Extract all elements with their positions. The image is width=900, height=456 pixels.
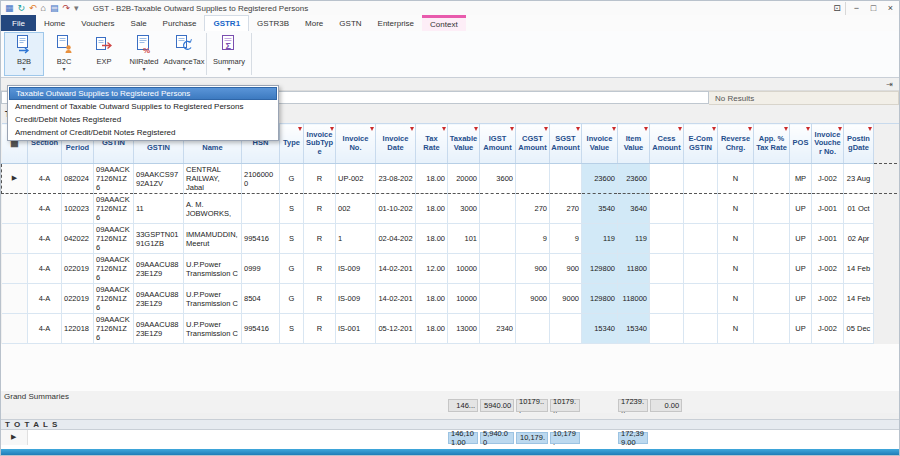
cell-invoice_no[interactable]: 002 <box>336 194 376 224</box>
cell-pos[interactable]: UP <box>790 254 812 284</box>
cell-customer_gstin[interactable]: 09AAKCS9792A1ZV <box>134 164 184 194</box>
cell-section[interactable]: 4-A <box>28 194 62 224</box>
cell-section[interactable]: 4-A <box>28 254 62 284</box>
cell-hsn[interactable]: 995416 <box>242 224 280 254</box>
column-header-invoice_no[interactable]: Invoice No. <box>336 124 376 164</box>
refresh-icon[interactable]: ↻ <box>18 2 26 14</box>
cell-invoice_value[interactable]: 3540 <box>582 194 618 224</box>
cell-cess[interactable] <box>650 254 684 284</box>
cell-invoice_no[interactable]: IS-001 <box>336 314 376 344</box>
cell-taxable_value[interactable]: 13000 <box>448 314 480 344</box>
cell-posting_date[interactable]: 02 Apr <box>844 224 874 254</box>
cell-gstin[interactable]: 09AAACK7126N1Z6 <box>94 284 134 314</box>
table-row[interactable]: 4-A10202309AAACK7126N1Z611A. M. JOBWORKS… <box>2 194 900 224</box>
table-row[interactable]: 4-A04202209AAACK7126N1Z633GSPTN0191G1ZBI… <box>2 224 900 254</box>
cell-pos[interactable]: UP <box>790 194 812 224</box>
table-row[interactable]: 4-A12201809AAACK7126N1Z609AAACU8823E1Z9U… <box>2 314 900 344</box>
cell-item_value[interactable]: 118000 <box>618 284 650 314</box>
table-row[interactable]: 4-A02201909AAACK7126N1Z609AAACU8823E1Z9U… <box>2 254 900 284</box>
row-selector-cell[interactable] <box>2 254 28 284</box>
column-header-taxable_value[interactable]: Taxable Value <box>448 124 480 164</box>
menu-item[interactable]: Amendment of Taxable Outward Supplies to… <box>9 100 277 113</box>
cell-gstin[interactable]: 09AAACK7126N1Z6 <box>94 224 134 254</box>
tab-sale[interactable]: Sale <box>123 15 155 31</box>
cell-sgst[interactable] <box>550 164 582 194</box>
cell-invoice_value[interactable]: 23600 <box>582 164 618 194</box>
tab-more[interactable]: More <box>297 15 331 31</box>
cell-section[interactable]: 4-A <box>28 314 62 344</box>
row-selector-cell[interactable]: ▶ <box>2 164 28 194</box>
cell-gstin[interactable]: 09AAACK7126N1Z6 <box>94 194 134 224</box>
cell-invoice_date[interactable]: 05-12-201 <box>376 314 416 344</box>
cell-gstin[interactable]: 09AAACK7126N1Z6 <box>94 164 134 194</box>
cell-cgst[interactable]: 9000 <box>516 284 550 314</box>
cell-taxable_value[interactable]: 101 <box>448 224 480 254</box>
cell-posting_date[interactable]: 05 Dec <box>844 314 874 344</box>
column-header-pos[interactable]: POS <box>790 124 812 164</box>
cell-igst[interactable] <box>480 194 516 224</box>
column-header-tax_rate[interactable]: Tax Rate <box>416 124 448 164</box>
cell-tax_rate[interactable]: 18.00 <box>416 164 448 194</box>
cell-gstin[interactable]: 09AAACK7126N1Z6 <box>94 314 134 344</box>
cell-hsn[interactable] <box>242 194 280 224</box>
tab-gstn[interactable]: GSTN <box>331 15 369 31</box>
cell-invoice_subtype[interactable]: R <box>304 164 336 194</box>
exp-button[interactable]: EXP ▾ <box>84 32 124 76</box>
column-header-ecom_gstin[interactable]: E-Com GSTIN <box>684 124 718 164</box>
cell-posting_date[interactable]: 14 Feb <box>844 284 874 314</box>
cell-app_tax_rate[interactable] <box>754 284 790 314</box>
cell-type[interactable]: S <box>280 224 304 254</box>
column-header-invoice_voucher_no[interactable]: Invoice Voucher No. <box>812 124 844 164</box>
cell-app_tax_rate[interactable] <box>754 254 790 284</box>
cell-sgst[interactable]: 270 <box>550 194 582 224</box>
cell-customer_gstin[interactable]: 09AAACU8823E1Z9 <box>134 314 184 344</box>
qat-caret-icon[interactable]: ▾ <box>74 2 79 14</box>
column-header-type[interactable]: Type <box>280 124 304 164</box>
column-header-invoice_date[interactable]: Invoice Date <box>376 124 416 164</box>
cell-item_value[interactable]: 11800 <box>618 254 650 284</box>
cell-item_value[interactable]: 3640 <box>618 194 650 224</box>
cell-invoice_voucher_no[interactable]: J-001 <box>812 224 844 254</box>
cell-invoice_no[interactable]: IS-009 <box>336 284 376 314</box>
cell-tax_rate[interactable]: 18.00 <box>416 314 448 344</box>
tab-vouchers[interactable]: Vouchers <box>73 15 122 31</box>
cell-customer_gstin[interactable]: 33GSPTN0191G1ZB <box>134 224 184 254</box>
cell-reverse_chrg[interactable]: N <box>718 254 754 284</box>
summary-button[interactable]: Σ Summary ▾ <box>209 32 249 76</box>
cell-section[interactable]: 4-A <box>28 164 62 194</box>
cell-invoice_no[interactable]: UP-002 <box>336 164 376 194</box>
cell-customer_name[interactable]: U.P.Power Transmission C <box>184 254 242 284</box>
cell-customer_name[interactable]: CENTRAL RAILWAY, Jabal <box>184 164 242 194</box>
cell-cess[interactable] <box>650 164 684 194</box>
cell-taxable_value[interactable]: 10000 <box>448 284 480 314</box>
cell-invoice_voucher_no[interactable]: J-002 <box>812 314 844 344</box>
restore-button[interactable]: □ <box>865 2 882 15</box>
cell-igst[interactable] <box>480 284 516 314</box>
cell-invoice_date[interactable]: 14-02-201 <box>376 254 416 284</box>
cell-tax_rate[interactable]: 12.00 <box>416 254 448 284</box>
cell-invoice_value[interactable]: 129800 <box>582 254 618 284</box>
cell-reverse_chrg[interactable]: N <box>718 284 754 314</box>
cell-return_period[interactable]: 102023 <box>62 194 94 224</box>
cell-invoice_date[interactable]: 23-08-202 <box>376 164 416 194</box>
cell-tax_rate[interactable]: 18.00 <box>416 224 448 254</box>
tab-file[interactable]: File <box>1 15 36 31</box>
column-header-app_tax_rate[interactable]: App. % Tax Rate <box>754 124 790 164</box>
cell-invoice_voucher_no[interactable]: J-002 <box>812 164 844 194</box>
cell-reverse_chrg[interactable]: N <box>718 224 754 254</box>
cell-cess[interactable] <box>650 224 684 254</box>
menu-item[interactable]: Credit/Debit Notes Registered <box>9 113 277 126</box>
home-icon[interactable]: ⌂ <box>41 2 46 14</box>
cell-hsn[interactable]: 8504 <box>242 284 280 314</box>
cell-reverse_chrg[interactable]: N <box>718 194 754 224</box>
cell-hsn[interactable]: 21060000 <box>242 164 280 194</box>
column-header-item_value[interactable]: Item Value <box>618 124 650 164</box>
cell-invoice_subtype[interactable]: R <box>304 194 336 224</box>
cell-sgst[interactable]: 9000 <box>550 284 582 314</box>
column-header-igst[interactable]: IGST Amount <box>480 124 516 164</box>
cell-invoice_value[interactable]: 15340 <box>582 314 618 344</box>
cell-invoice_date[interactable]: 01-10-202 <box>376 194 416 224</box>
cell-invoice_voucher_no[interactable]: J-002 <box>812 254 844 284</box>
close-button[interactable]: × <box>882 2 899 15</box>
cell-return_period[interactable]: 082024 <box>62 164 94 194</box>
